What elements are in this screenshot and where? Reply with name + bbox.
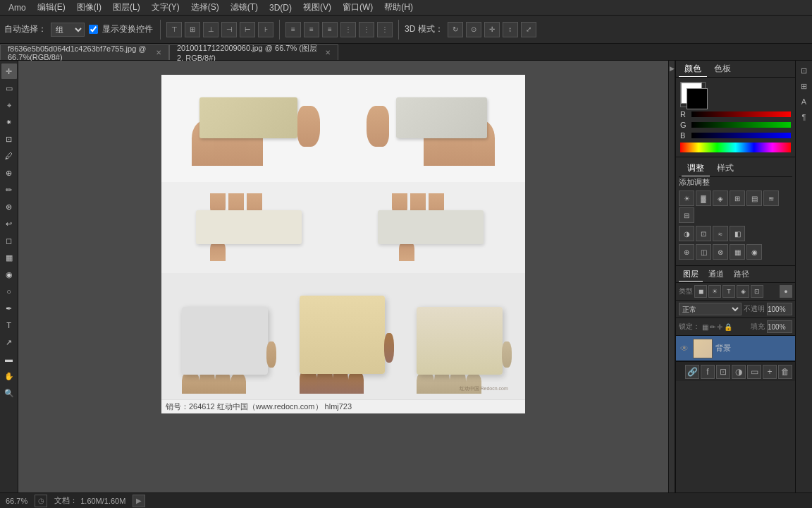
align-left-button[interactable]: ⊣	[221, 22, 237, 37]
blend-mode-select[interactable]: 正常 溶解 正片叠底	[679, 303, 742, 315]
layer-new-button[interactable]: +	[763, 365, 777, 379]
text-tool[interactable]: T	[1, 318, 17, 333]
tab-adjustments[interactable]: 调整	[682, 161, 710, 176]
panel-collapse-button[interactable]: ▶	[668, 61, 675, 492]
play-button[interactable]: ▶	[133, 495, 145, 507]
menu-view[interactable]: 视图(V)	[297, 0, 337, 15]
filter-adjust-icon[interactable]: ☀	[708, 285, 721, 298]
menu-edit[interactable]: 编辑(E)	[32, 0, 71, 15]
layer-visibility-icon[interactable]: 👁	[679, 343, 690, 354]
adj-huesaturation-icon[interactable]: ≋	[763, 190, 779, 206]
sub-paragraph-icon[interactable]: ¶	[797, 110, 811, 124]
eraser-tool[interactable]: ◻	[1, 233, 17, 248]
menu-filter[interactable]: 滤镜(T)	[225, 0, 264, 15]
sub-text-icon[interactable]: A	[797, 95, 811, 109]
heal-tool[interactable]: ⊕	[1, 165, 17, 181]
align-top-button[interactable]: ⊤	[166, 22, 182, 37]
adj-curves-icon[interactable]: ◈	[713, 190, 728, 206]
menu-3d[interactable]: 3D(D)	[264, 1, 297, 14]
3d-roll-button[interactable]: ⊙	[466, 22, 481, 37]
adj-brightness-icon[interactable]: ☀	[679, 190, 694, 206]
distrib-vcenter-button[interactable]: ≡	[304, 22, 319, 37]
tab-paths[interactable]: 路径	[730, 267, 753, 281]
filter-shape-icon[interactable]: ◈	[737, 285, 749, 298]
adj-selectivecolor-icon[interactable]: ◉	[746, 244, 762, 260]
path-select-tool[interactable]: ↗	[1, 334, 17, 350]
tab-layers[interactable]: 图层	[679, 267, 703, 282]
adj-gradientmap-icon[interactable]: ▦	[730, 244, 745, 260]
align-bottom-button[interactable]: ⊥	[203, 22, 219, 37]
menu-text[interactable]: 文字(Y)	[146, 0, 185, 15]
adj-channelmixer-icon[interactable]: ≈	[713, 226, 728, 241]
pen-tool[interactable]: ✒	[1, 301, 17, 316]
adj-colorbalance-icon[interactable]: ⊟	[679, 207, 694, 223]
adj-invert-icon[interactable]: ⊕	[679, 244, 694, 260]
adj-vibrance-icon[interactable]: ▤	[746, 190, 762, 206]
3d-scale-button[interactable]: ⤢	[521, 22, 536, 37]
lasso-tool[interactable]: ⌖	[1, 97, 17, 113]
tab-file1-close[interactable]: ✕	[156, 49, 161, 56]
show-transform-checkbox[interactable]	[89, 25, 98, 34]
dodge-tool[interactable]: ○	[1, 284, 17, 299]
distrib-top-button[interactable]: ≡	[285, 22, 301, 37]
3d-pan-button[interactable]: ✛	[484, 22, 500, 37]
clone-tool[interactable]: ⊛	[1, 199, 17, 214]
lock-position-icon[interactable]: ✛	[717, 323, 722, 331]
fill-input[interactable]	[767, 320, 792, 333]
crop-tool[interactable]: ⊡	[1, 131, 17, 147]
menu-layer[interactable]: 图层(L)	[107, 0, 146, 15]
adj-threshold-icon[interactable]: ⊗	[713, 244, 728, 260]
distrib-left-button[interactable]: ⋮	[340, 22, 356, 37]
gradient-tool[interactable]: ▦	[1, 250, 17, 265]
3d-rotate-button[interactable]: ↻	[448, 22, 463, 37]
layer-mask-button[interactable]: ⊡	[716, 365, 730, 379]
brush-tool[interactable]: ✏	[1, 182, 17, 198]
layer-link-button[interactable]: 🔗	[685, 365, 699, 379]
wand-tool[interactable]: ⁕	[1, 114, 17, 130]
adj-exposure-icon[interactable]: ⊞	[730, 190, 745, 206]
adj-photofilter-icon[interactable]: ⊡	[696, 226, 711, 241]
tab-file1[interactable]: f8636e5b05d064d1c4263bf7e755.jpg @ 66.7%…	[0, 44, 169, 60]
distrib-bottom-button[interactable]: ≡	[322, 22, 338, 37]
menu-select[interactable]: 选择(S)	[185, 0, 225, 15]
align-hcenter-button[interactable]: ⊢	[240, 22, 255, 37]
channel-g-bar[interactable]	[691, 122, 791, 128]
layer-adjustment-button[interactable]: ◑	[732, 365, 746, 379]
filter-on-icon[interactable]: ●	[780, 285, 792, 298]
select-tool[interactable]: ▭	[1, 80, 17, 96]
menu-window[interactable]: 窗口(W)	[337, 0, 379, 15]
distrib-hcenter-button[interactable]: ⋮	[359, 22, 374, 37]
auto-select-dropdown[interactable]: 组 图层	[51, 23, 85, 37]
tab-styles[interactable]: 样式	[711, 161, 739, 176]
lock-paint-icon[interactable]: ✏	[710, 323, 715, 331]
zoom-tool[interactable]: 🔍	[1, 385, 17, 401]
align-right-button[interactable]: ⊦	[258, 22, 273, 37]
layer-item-background[interactable]: 👁 背景	[676, 336, 795, 361]
move-tool[interactable]: ✛	[1, 64, 17, 79]
align-vcenter-button[interactable]: ⊞	[185, 22, 200, 37]
channel-r-bar[interactable]	[691, 111, 791, 117]
eyedropper-tool[interactable]: 🖊	[1, 148, 17, 164]
blur-tool[interactable]: ◉	[1, 267, 17, 282]
layer-delete-button[interactable]: 🗑	[778, 365, 792, 379]
lock-all-icon[interactable]: 🔒	[724, 323, 732, 331]
tab-file2[interactable]: 20100117122009060.jpg @ 66.7% (图层 2, RGB…	[169, 44, 338, 60]
distrib-right-button[interactable]: ⋮	[377, 22, 393, 37]
menu-amo[interactable]: Amo	[3, 1, 32, 14]
background-swatch[interactable]	[687, 88, 708, 109]
filter-text-icon[interactable]: T	[722, 285, 735, 298]
menu-help[interactable]: 帮助(H)	[379, 0, 419, 15]
opacity-input[interactable]	[767, 303, 792, 315]
color-spectrum[interactable]	[680, 143, 791, 152]
history-tool[interactable]: ↩	[1, 216, 17, 231]
tab-swatches[interactable]: 色板	[708, 61, 737, 76]
hand-tool[interactable]: ✋	[1, 368, 17, 384]
lock-transparency-icon[interactable]: ▦	[702, 323, 708, 331]
adj-colorlookup-icon[interactable]: ◧	[730, 226, 745, 241]
adj-levels-icon[interactable]: ▓	[696, 190, 711, 206]
menu-image[interactable]: 图像(I)	[71, 0, 107, 15]
shape-tool[interactable]: ▬	[1, 351, 17, 367]
filter-toggle[interactable]: ●	[780, 285, 792, 298]
sub-info-icon[interactable]: ⊞	[797, 79, 811, 93]
filter-smart-icon[interactable]: ⊡	[751, 285, 763, 298]
